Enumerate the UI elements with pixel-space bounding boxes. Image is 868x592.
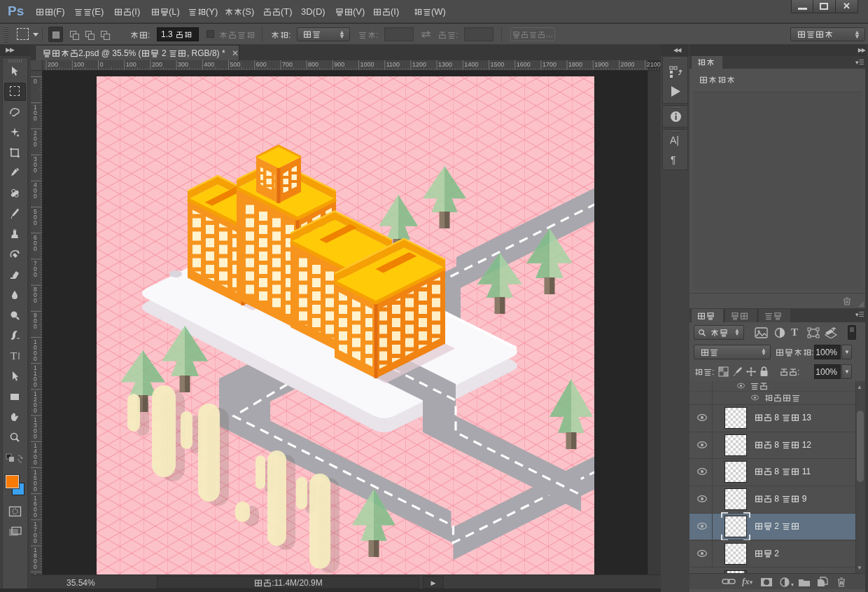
svg-text:200: 200 (48, 61, 58, 68)
svg-text:0: 0 (34, 511, 37, 518)
svg-text:0: 0 (34, 459, 37, 466)
svg-text:0: 0 (34, 381, 37, 388)
svg-text:100: 100 (74, 61, 84, 68)
svg-text:400: 400 (204, 61, 214, 68)
svg-text:0: 0 (34, 297, 37, 304)
svg-text:0: 0 (34, 219, 37, 226)
svg-text:2100: 2100 (647, 61, 661, 68)
svg-text:1900: 1900 (594, 61, 608, 68)
svg-text:0: 0 (100, 61, 104, 68)
svg-text:2000: 2000 (621, 61, 635, 68)
svg-text:0: 0 (34, 355, 37, 362)
svg-text:700: 700 (282, 61, 293, 68)
svg-text:0: 0 (34, 407, 37, 414)
svg-text:0: 0 (34, 193, 37, 200)
svg-text:200: 200 (152, 61, 162, 68)
svg-text:1200: 1200 (412, 61, 426, 68)
svg-text:100: 100 (126, 61, 136, 68)
svg-text:0: 0 (34, 245, 37, 252)
svg-text:1600: 1600 (517, 61, 531, 68)
svg-text:1300: 1300 (438, 61, 452, 68)
svg-text:0: 0 (34, 563, 37, 570)
svg-text:1800: 1800 (568, 61, 582, 68)
svg-text:500: 500 (230, 61, 241, 68)
svg-text:T: T (10, 350, 17, 362)
svg-text:0: 0 (34, 323, 37, 330)
svg-text:1700: 1700 (542, 61, 556, 68)
svg-text:1400: 1400 (464, 61, 478, 68)
svg-text:0: 0 (34, 115, 37, 122)
svg-text:0: 0 (34, 486, 37, 493)
svg-text:0: 0 (34, 78, 37, 85)
svg-text:0: 0 (34, 537, 37, 544)
svg-text:900: 900 (334, 61, 344, 68)
svg-text:0: 0 (34, 271, 37, 278)
svg-text:0: 0 (34, 167, 37, 174)
svg-text:600: 600 (256, 61, 267, 68)
svg-text:300: 300 (178, 61, 188, 68)
svg-text:800: 800 (308, 61, 318, 68)
svg-text:0: 0 (34, 433, 37, 440)
svg-text:0: 0 (34, 141, 37, 148)
svg-text:1100: 1100 (386, 61, 400, 68)
svg-text:1500: 1500 (491, 61, 505, 68)
svg-text:1000: 1000 (360, 61, 374, 68)
